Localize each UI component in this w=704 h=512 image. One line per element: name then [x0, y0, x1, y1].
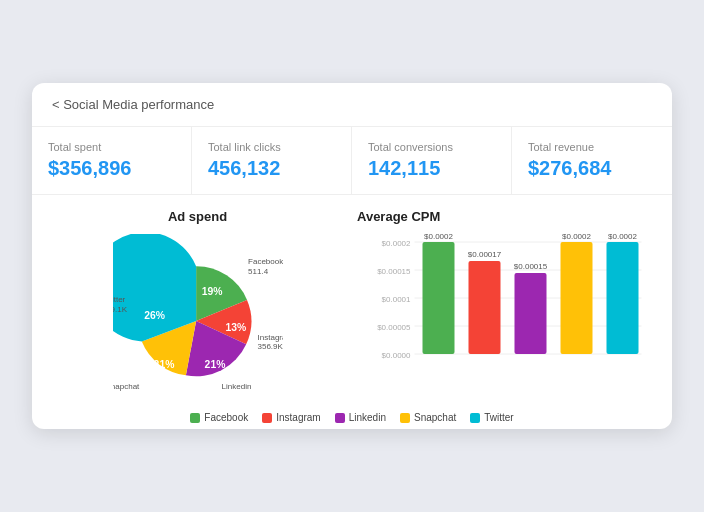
legend-item: Facebook: [190, 412, 248, 423]
legend-dot: [470, 413, 480, 423]
metric-label: Total spent: [48, 141, 175, 153]
bar-linkedin: [515, 273, 547, 354]
metric-value: $356,896: [48, 157, 175, 180]
svg-text:$0.0002: $0.0002: [382, 239, 411, 248]
avg-cpm-title: Average CPM: [357, 209, 656, 224]
metric-item: Total link clicks 456,132: [192, 127, 352, 194]
svg-text:$0.0002: $0.0002: [562, 234, 591, 241]
metric-value: 456,132: [208, 157, 335, 180]
label-snapchat: Snapchat: [113, 382, 140, 391]
svg-text:$0.0002: $0.0002: [608, 234, 637, 241]
pct-linkedin: 21%: [204, 359, 225, 370]
legend-label: Snapchat: [414, 412, 456, 423]
legend-label: Instagram: [276, 412, 320, 423]
bar-snapchat: [561, 242, 593, 354]
svg-text:$0.0001: $0.0001: [382, 295, 411, 304]
bar-chart-container: $0.0002 $0.00015 $0.0001 $0.00005 $0.000…: [357, 234, 656, 389]
bar-twitter: [607, 242, 639, 354]
svg-text:$0.00015: $0.00015: [514, 262, 548, 271]
back-button[interactable]: < Social Media performance: [52, 97, 214, 112]
legend: Facebook Instagram Linkedin Snapchat Twi…: [32, 404, 672, 429]
bar-chart-svg: $0.0002 $0.00015 $0.0001 $0.00005 $0.000…: [357, 234, 656, 389]
legend-label: Linkedin: [349, 412, 386, 423]
metrics-row: Total spent $356,896 Total link clicks 4…: [32, 127, 672, 195]
metric-label: Total conversions: [368, 141, 495, 153]
svg-text:$0.00017: $0.00017: [468, 250, 502, 259]
metric-value: 142,115: [368, 157, 495, 180]
charts-area: Ad spend: [32, 195, 672, 404]
metric-item: Total revenue $276,684: [512, 127, 672, 194]
bar-facebook: [423, 242, 455, 354]
bar-instagram: [469, 261, 501, 354]
pie-chart: 19% 13% 21% 21% 26% Facebook 511.4 Insta…: [113, 234, 283, 394]
metric-value: $276,684: [528, 157, 656, 180]
legend-item: Twitter: [470, 412, 513, 423]
label-linkedin: Linkedin: [221, 382, 251, 391]
ad-spend-section: Ad spend: [48, 209, 347, 394]
value-snapchat: 569.8K: [113, 392, 132, 394]
svg-text:$0.0000: $0.0000: [382, 351, 411, 360]
label-twitter: Twitter: [113, 295, 126, 304]
legend-label: Facebook: [204, 412, 248, 423]
value-twitter: 689.1K: [113, 305, 128, 314]
metric-item: Total conversions 142,115: [352, 127, 512, 194]
svg-text:$0.0002: $0.0002: [424, 234, 453, 241]
pct-snapchat: 21%: [153, 359, 174, 370]
pct-instagram: 13%: [225, 322, 246, 333]
slice-twitter: [113, 234, 196, 341]
pie-svg: 19% 13% 21% 21% 26% Facebook 511.4 Insta…: [113, 234, 283, 394]
label-instagram: Instagram: [257, 333, 283, 342]
header: < Social Media performance: [32, 83, 672, 127]
legend-dot: [400, 413, 410, 423]
metric-item: Total spent $356,896: [32, 127, 192, 194]
legend-dot: [335, 413, 345, 423]
legend-item: Snapchat: [400, 412, 456, 423]
pct-facebook: 19%: [201, 286, 222, 297]
svg-text:$0.00005: $0.00005: [377, 323, 411, 332]
label-facebook: Facebook: [248, 257, 283, 266]
svg-text:$0.00015: $0.00015: [377, 267, 411, 276]
metric-label: Total link clicks: [208, 141, 335, 153]
value-instagram: 356.9K: [257, 342, 283, 351]
ad-spend-title: Ad spend: [168, 209, 227, 224]
legend-label: Twitter: [484, 412, 513, 423]
value-facebook: 511.4: [248, 267, 269, 276]
legend-item: Linkedin: [335, 412, 386, 423]
legend-item: Instagram: [262, 412, 320, 423]
legend-dot: [190, 413, 200, 423]
main-card: < Social Media performance Total spent $…: [32, 83, 672, 429]
pct-twitter: 26%: [144, 310, 165, 321]
metric-label: Total revenue: [528, 141, 656, 153]
value-linkedin: 552.7K: [221, 392, 247, 394]
avg-cpm-section: Average CPM $0.0002 $0.00015 $0.0001 $0.…: [357, 209, 656, 394]
legend-dot: [262, 413, 272, 423]
